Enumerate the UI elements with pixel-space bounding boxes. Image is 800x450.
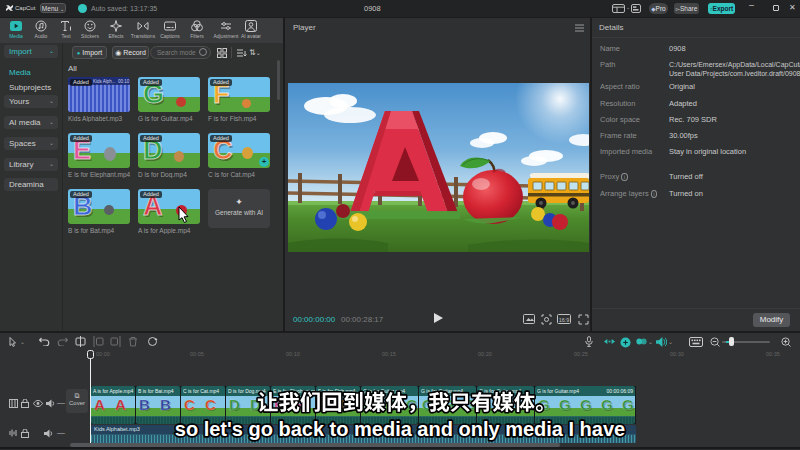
svg-text:so let's go back to media and: so let's go back to media and only media… xyxy=(175,418,625,440)
